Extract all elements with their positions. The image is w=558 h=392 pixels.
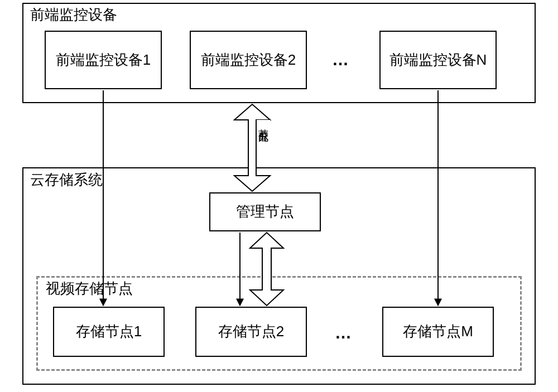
svg-marker-0 — [234, 104, 270, 191]
svg-marker-1 — [250, 233, 283, 306]
double-arrow-manager-to-storage2 — [250, 233, 283, 306]
node-allocation-label: 节点分配 — [257, 120, 270, 127]
diagram-canvas: 前端监控设备 前端监控设备1 前端监控设备2 … 前端监控设备N 云存储系统 管… — [22, 3, 536, 389]
connectors-svg — [22, 3, 536, 389]
double-arrow-top-to-manager — [234, 104, 270, 191]
